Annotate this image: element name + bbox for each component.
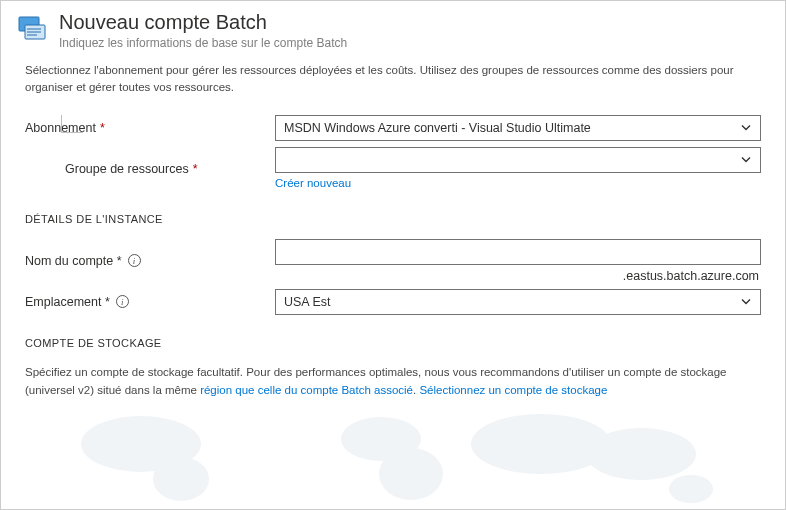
required-asterisk: * — [193, 162, 198, 176]
page-subtitle: Indiquez les informations de base sur le… — [59, 36, 347, 50]
chevron-down-icon — [740, 153, 752, 165]
svg-point-6 — [153, 457, 209, 501]
section-instance-details: DÉTAILS DE L'INSTANCE — [25, 213, 761, 225]
page-title: Nouveau compte Batch — [59, 11, 347, 34]
row-account-name: Nom du compte * i .eastus.batch.azure.co… — [25, 239, 761, 283]
info-icon[interactable]: i — [116, 295, 129, 308]
svg-point-7 — [341, 417, 421, 461]
location-dropdown[interactable]: USA Est — [275, 289, 761, 315]
page-header: Nouveau compte Batch Indiquez les inform… — [1, 1, 785, 56]
tree-connector — [61, 115, 83, 133]
required-asterisk: * — [100, 121, 105, 135]
label-account-name: Nom du compte * i — [25, 254, 275, 268]
svg-point-11 — [669, 475, 713, 503]
row-location: Emplacement * i USA Est — [25, 289, 761, 315]
svg-point-9 — [471, 414, 611, 474]
batch-service-icon — [17, 13, 49, 45]
resource-group-dropdown[interactable] — [275, 147, 761, 173]
account-name-input[interactable] — [275, 239, 761, 265]
label-resource-group: Groupe de ressources * — [25, 162, 275, 176]
chevron-down-icon — [740, 121, 752, 133]
svg-point-10 — [586, 428, 696, 480]
select-storage-link[interactable]: Sélectionnez un compte de stockage — [419, 384, 607, 396]
svg-point-8 — [379, 448, 443, 500]
intro-text: Sélectionnez l'abonnement pour gérer les… — [25, 62, 761, 97]
storage-region-link[interactable]: région que celle du compte Batch associé — [200, 384, 413, 396]
svg-point-5 — [81, 416, 201, 472]
chevron-down-icon — [740, 295, 752, 307]
section-storage-account: COMPTE DE STOCKAGE — [25, 337, 761, 349]
row-resource-group: Groupe de ressources * Créer nouveau — [25, 147, 761, 191]
create-new-link[interactable]: Créer nouveau — [275, 177, 351, 189]
account-name-suffix: .eastus.batch.azure.com — [275, 269, 761, 283]
storage-description: Spécifiez un compte de stockage facultat… — [25, 363, 761, 400]
label-location: Emplacement * i — [25, 295, 275, 309]
world-map-decoration — [1, 399, 786, 509]
info-icon[interactable]: i — [128, 254, 141, 267]
row-subscription: Abonnement * MSDN Windows Azure converti… — [25, 115, 761, 141]
subscription-dropdown[interactable]: MSDN Windows Azure converti - Visual Stu… — [275, 115, 761, 141]
